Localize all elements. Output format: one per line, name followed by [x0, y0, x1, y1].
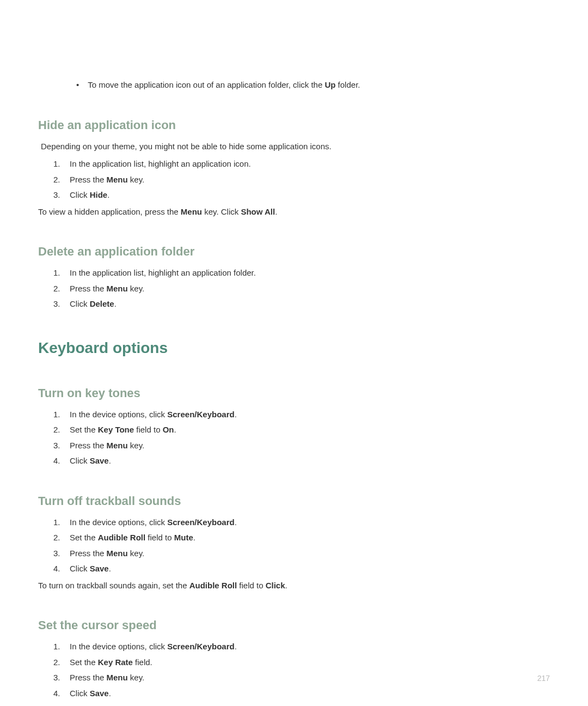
intro-hide: Depending on your theme, you might not b…	[41, 141, 550, 153]
heading-keyboard-options: Keyboard options	[38, 337, 550, 360]
bullet-text-bold: Up	[324, 80, 335, 89]
list-item: Click Save.	[53, 455, 550, 467]
list-item: Set the Key Rate field.	[53, 656, 550, 669]
list-item: Set the Audible Roll field to Mute.	[53, 532, 550, 544]
heading-hide-icon: Hide an application icon	[38, 116, 550, 134]
list-hide: In the application list, highlight an ap…	[53, 158, 550, 202]
list-item: In the device options, click Screen/Keyb…	[53, 516, 550, 529]
list-trackball: In the device options, click Screen/Keyb…	[53, 516, 550, 575]
list-item: Press the Menu key.	[53, 174, 550, 186]
heading-trackball-sounds: Turn off trackball sounds	[38, 492, 550, 510]
bullet-move-icon: To move the application icon out of an a…	[76, 79, 550, 92]
page-number: 217	[537, 673, 550, 684]
list-item: Set the Key Tone field to On.	[53, 424, 550, 436]
list-cursor: In the device options, click Screen/Keyb…	[53, 641, 550, 699]
followup-trackball: To turn on trackball sounds again, set t…	[38, 580, 550, 592]
list-item: Click Save.	[53, 687, 550, 700]
list-item: Press the Menu key.	[53, 547, 550, 560]
bullet-text-suffix: folder.	[335, 80, 360, 89]
list-item: Press the Menu key.	[53, 440, 550, 452]
heading-cursor-speed: Set the cursor speed	[38, 616, 550, 634]
bullet-text-prefix: To move the application icon out of an a…	[88, 80, 324, 89]
list-item: In the application list, highlight an ap…	[53, 267, 550, 279]
list-keytones: In the device options, click Screen/Keyb…	[53, 409, 550, 467]
list-item: Press the Menu key.	[53, 672, 550, 684]
list-item: Click Delete.	[53, 298, 550, 311]
followup-hide: To view a hidden application, press the …	[38, 206, 550, 218]
list-item: Click Hide.	[53, 189, 550, 202]
heading-delete-folder: Delete an application folder	[38, 242, 550, 260]
list-item: In the application list, highlight an ap…	[53, 158, 550, 171]
list-item: In the device options, click Screen/Keyb…	[53, 641, 550, 653]
list-item: In the device options, click Screen/Keyb…	[53, 409, 550, 421]
list-item: Press the Menu key.	[53, 283, 550, 295]
list-delete: In the application list, highlight an ap…	[53, 267, 550, 311]
list-item: Click Save.	[53, 563, 550, 575]
heading-key-tones: Turn on key tones	[38, 384, 550, 402]
